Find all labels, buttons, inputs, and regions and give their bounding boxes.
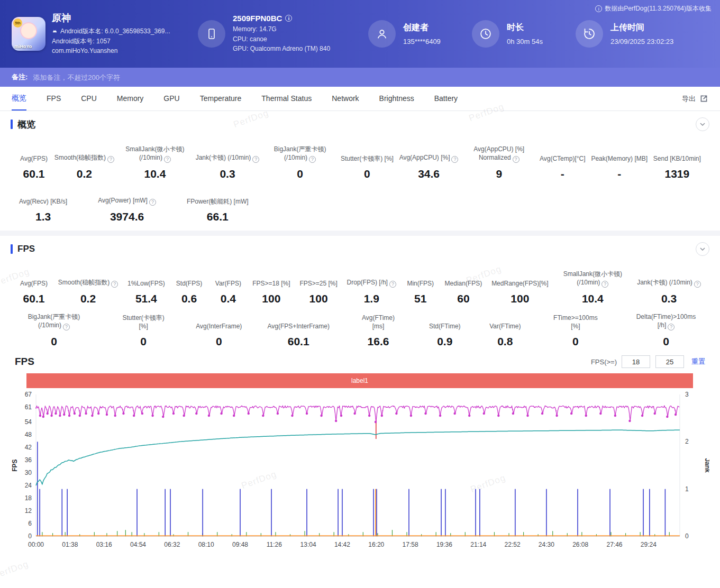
note-input[interactable] bbox=[33, 74, 708, 81]
tab-FPS[interactable]: FPS bbox=[47, 87, 61, 111]
help-icon[interactable]: ? bbox=[149, 199, 156, 206]
fps-filter-controls: FPS(>=) 重置 bbox=[591, 355, 705, 368]
svg-text:09:48: 09:48 bbox=[232, 541, 248, 548]
help-icon[interactable]: ? bbox=[63, 324, 70, 330]
metric-label: FPS>=18 [%] bbox=[252, 270, 290, 288]
metric-value: 1.3 bbox=[19, 210, 67, 223]
metric-label: Avg(FPS+InterFrame) bbox=[270, 313, 326, 330]
svg-text:00:00: 00:00 bbox=[28, 541, 44, 548]
help-icon[interactable]: ? bbox=[252, 156, 259, 163]
svg-text:FPS: FPS bbox=[11, 459, 19, 471]
clock-icon bbox=[472, 20, 499, 48]
metric-value: 0 bbox=[341, 168, 394, 180]
section-divider bbox=[0, 231, 720, 236]
export-button[interactable]: 导出 bbox=[682, 94, 708, 104]
section-accent-bar bbox=[11, 120, 13, 129]
svg-text:67: 67 bbox=[25, 391, 32, 398]
fps-section-title: FPS bbox=[17, 244, 35, 254]
metric: Avg(InterFrame)0 bbox=[198, 313, 240, 348]
metric-label: Peak(Memory) [MB] bbox=[591, 145, 648, 163]
device-model: 2509FPN0BC bbox=[233, 14, 282, 23]
metric-value: 100 bbox=[252, 292, 290, 305]
tab-CPU[interactable]: CPU bbox=[81, 87, 97, 111]
svg-text:06:32: 06:32 bbox=[164, 541, 180, 548]
help-icon[interactable]: ? bbox=[309, 156, 316, 163]
metric-label: Std(FTime) bbox=[430, 313, 460, 330]
duration-label: 时长 bbox=[507, 22, 543, 33]
metric-value: 60.1 bbox=[19, 292, 49, 305]
metric-value: 51 bbox=[406, 292, 435, 305]
help-icon[interactable]: ? bbox=[451, 156, 458, 163]
metric-label: Avg(AppCPU) [%] Normalized? bbox=[464, 145, 534, 163]
fps-chart[interactable]: 0612182430364248546167012300:0001:3803:1… bbox=[11, 390, 709, 554]
app-icon-face bbox=[20, 22, 37, 39]
metric: Send [KB/10min]1319 bbox=[653, 145, 701, 180]
svg-text:21:14: 21:14 bbox=[470, 541, 486, 548]
metric-value: - bbox=[540, 168, 586, 180]
tab-Brightness[interactable]: Brightness bbox=[379, 87, 414, 111]
tab-Network[interactable]: Network bbox=[332, 87, 359, 111]
metric: Stutter(卡顿率) [%]0 bbox=[120, 313, 167, 348]
fps-metrics-row1: Avg(FPS)60.1Smooth(稳帧指数)?0.21%Low(FPS)51… bbox=[0, 270, 720, 305]
help-icon[interactable]: ? bbox=[668, 324, 675, 330]
svg-text:16:20: 16:20 bbox=[368, 541, 384, 548]
chart-label-banner: label1 bbox=[26, 373, 693, 388]
app-block: 5th miHoYo 原神 Android版本名: 6.0.0_36598533… bbox=[12, 12, 198, 56]
metric: BigJank(严重卡顿) (/10min)?0 bbox=[265, 145, 335, 180]
fps-metrics-row2: BigJank(严重卡顿) (/10min)?0Stutter(卡顿率) [%]… bbox=[0, 313, 720, 348]
svg-text:14:42: 14:42 bbox=[334, 541, 350, 548]
metric-label: BigJank(严重卡顿) (/10min)? bbox=[265, 145, 335, 163]
fps-filter-max-input[interactable] bbox=[655, 355, 684, 368]
reset-link[interactable]: 重置 bbox=[691, 357, 705, 366]
fps-chart-title: FPS bbox=[15, 356, 34, 368]
metric: Std(FTime)0.9 bbox=[430, 313, 460, 348]
app-version-name: Android版本名: 6.0.0_36598533_369... bbox=[60, 26, 170, 36]
metric-label: Delta(FTime)>100ms [/h]? bbox=[631, 313, 701, 330]
help-icon[interactable]: ? bbox=[601, 281, 608, 288]
fps-collapse-button[interactable] bbox=[696, 242, 709, 256]
collect-info: i 数据由PerfDog(11.3.250764)版本收集 bbox=[595, 4, 712, 13]
overview-collapse-button[interactable] bbox=[696, 117, 709, 131]
svg-text:12: 12 bbox=[25, 507, 32, 514]
help-icon[interactable]: ? bbox=[513, 156, 520, 163]
fps-chart-header: FPS FPS(>=) 重置 bbox=[0, 355, 720, 368]
fps-filter-min-input[interactable] bbox=[622, 355, 650, 368]
metric-value: 0 bbox=[19, 335, 89, 348]
metric: Avg(CTemp)[°C]- bbox=[540, 145, 586, 180]
metric-label: 1%Low(FPS) bbox=[127, 270, 165, 288]
creator-label: 创建者 bbox=[403, 22, 441, 33]
metric-value: 100 bbox=[299, 292, 337, 305]
svg-text:1: 1 bbox=[685, 485, 689, 493]
tab-Temperature[interactable]: Temperature bbox=[200, 87, 242, 111]
app-package: com.miHoYo.Yuanshen bbox=[52, 46, 117, 56]
help-icon[interactable]: ? bbox=[164, 156, 171, 163]
metric: SmallJank(微小卡顿) (/10min)?10.4 bbox=[558, 270, 627, 305]
metric: FTime>=100ms [%]0 bbox=[551, 313, 600, 348]
metric-value: 60 bbox=[445, 292, 482, 305]
tab-概览[interactable]: 概览 bbox=[12, 87, 26, 111]
tab-Memory[interactable]: Memory bbox=[117, 87, 144, 111]
metric-label: BigJank(严重卡顿) (/10min)? bbox=[19, 313, 89, 330]
svg-text:Jank: Jank bbox=[704, 458, 709, 473]
overview-section: 概览 Avg(FPS)60.1Smooth(稳帧指数)?0.2SmallJank… bbox=[0, 111, 720, 231]
metric-label: Avg(CTemp)[°C] bbox=[540, 145, 586, 163]
metric: Avg(FPS+InterFrame)60.1 bbox=[270, 313, 326, 348]
metric-value: 0.6 bbox=[175, 292, 204, 305]
device-info-icon[interactable]: i bbox=[285, 15, 292, 22]
metric-label: Avg(InterFrame) bbox=[198, 313, 240, 330]
chevron-down-icon bbox=[700, 247, 705, 251]
tab-GPU[interactable]: GPU bbox=[163, 87, 179, 111]
tab-Thermal Status[interactable]: Thermal Status bbox=[261, 87, 312, 111]
help-icon[interactable]: ? bbox=[111, 281, 118, 288]
svg-text:03:16: 03:16 bbox=[96, 541, 112, 548]
app-icon-badge: 5th bbox=[13, 19, 22, 27]
fps-section: FPS Avg(FPS)60.1Smooth(稳帧指数)?0.21%Low(FP… bbox=[0, 236, 720, 566]
help-icon[interactable]: ? bbox=[694, 281, 701, 288]
header: i 数据由PerfDog(11.3.250764)版本收集 5th miHoYo… bbox=[0, 0, 720, 68]
help-icon[interactable]: ? bbox=[389, 281, 396, 288]
metric-value: 100 bbox=[491, 292, 548, 305]
tab-Battery[interactable]: Battery bbox=[434, 87, 458, 111]
metric-value: 0 bbox=[551, 335, 600, 348]
help-icon[interactable]: ? bbox=[107, 156, 114, 163]
svg-text:2: 2 bbox=[685, 438, 689, 445]
